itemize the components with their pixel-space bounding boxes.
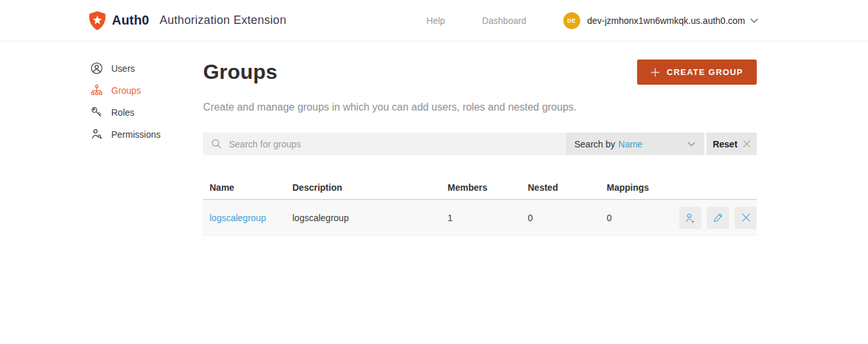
app-title: Authorization Extension — [160, 14, 287, 27]
chevron-down-icon — [750, 18, 758, 23]
tenant-name: dev-jzmhonx1wn6wmkqk.us.auth0.com — [587, 16, 745, 26]
sidebar-item-label: Roles — [111, 107, 135, 118]
app-header: Auth0 Authorization Extension Help Dashb… — [0, 0, 868, 41]
user-key-icon — [91, 128, 103, 140]
auth0-logo-icon — [89, 11, 106, 30]
column-header-members: Members — [448, 182, 528, 193]
search-bar: Search by Name Reset — [203, 133, 757, 155]
delete-icon — [741, 212, 752, 223]
sidebar-item-users[interactable]: Users — [91, 62, 197, 74]
sidebar-item-label: Groups — [111, 85, 141, 96]
org-chart-icon — [91, 84, 103, 96]
sidebar-item-label: Permissions — [111, 129, 160, 140]
plus-icon — [651, 68, 660, 77]
group-mappings-cell: 0 — [607, 213, 678, 223]
reset-label: Reset — [713, 139, 737, 149]
sidebar-item-groups[interactable]: Groups — [91, 84, 197, 96]
column-header-mappings: Mappings — [607, 182, 678, 193]
header-nav: Help Dashboard DE dev-jzmhonx1wn6wmkqk.u… — [426, 12, 758, 29]
sidebar: Users Groups Roles — [91, 62, 197, 150]
user-circle-icon — [91, 62, 103, 74]
row-actions — [678, 207, 757, 229]
search-icon — [211, 138, 222, 149]
group-name-link[interactable]: logscalegroup — [210, 213, 266, 223]
keys-icon — [91, 106, 103, 118]
search-by-dropdown[interactable]: Search by Name — [565, 133, 704, 155]
create-group-label: CREATE GROUP — [667, 67, 743, 77]
group-nested-cell: 0 — [528, 213, 607, 223]
main-content: Groups CREATE GROUP Create and manage gr… — [203, 41, 757, 236]
page-title: Groups — [203, 60, 277, 84]
sidebar-item-permissions[interactable]: Permissions — [91, 128, 197, 140]
column-header-nested: Nested — [528, 182, 607, 193]
search-input-wrap — [203, 133, 565, 155]
page-description: Create and manage groups in which you ca… — [203, 102, 757, 113]
chevron-down-icon — [688, 142, 695, 147]
add-member-button[interactable] — [679, 207, 701, 229]
avatar[interactable]: DE — [563, 12, 580, 29]
groups-table: Name Description Members Nested Mappings… — [203, 176, 757, 236]
search-by-value: Name — [618, 139, 642, 149]
delete-group-button[interactable] — [735, 207, 757, 229]
search-by-label: Search by — [574, 139, 615, 149]
brand: Auth0 Authorization Extension — [89, 11, 287, 30]
group-members-cell: 1 — [448, 213, 528, 223]
group-description-cell: logscalegroup — [292, 213, 448, 223]
table-header: Name Description Members Nested Mappings — [203, 176, 757, 200]
column-header-description: Description — [292, 182, 448, 193]
edit-group-button[interactable] — [707, 207, 729, 229]
brand-name: Auth0 — [112, 13, 149, 28]
add-member-icon — [684, 212, 696, 224]
table-row: logscalegroup logscalegroup 1 0 0 — [203, 200, 757, 236]
reset-button[interactable]: Reset — [706, 133, 757, 155]
account-menu[interactable]: DE dev-jzmhonx1wn6wmkqk.us.auth0.com — [563, 12, 758, 29]
help-link[interactable]: Help — [426, 16, 445, 26]
sidebar-item-roles[interactable]: Roles — [91, 106, 197, 118]
column-header-name: Name — [210, 182, 292, 193]
create-group-button[interactable]: CREATE GROUP — [637, 59, 757, 85]
dashboard-link[interactable]: Dashboard — [482, 16, 526, 26]
edit-icon — [713, 212, 724, 223]
sidebar-item-label: Users — [111, 63, 135, 74]
search-input[interactable] — [228, 138, 557, 150]
close-icon — [743, 140, 750, 147]
